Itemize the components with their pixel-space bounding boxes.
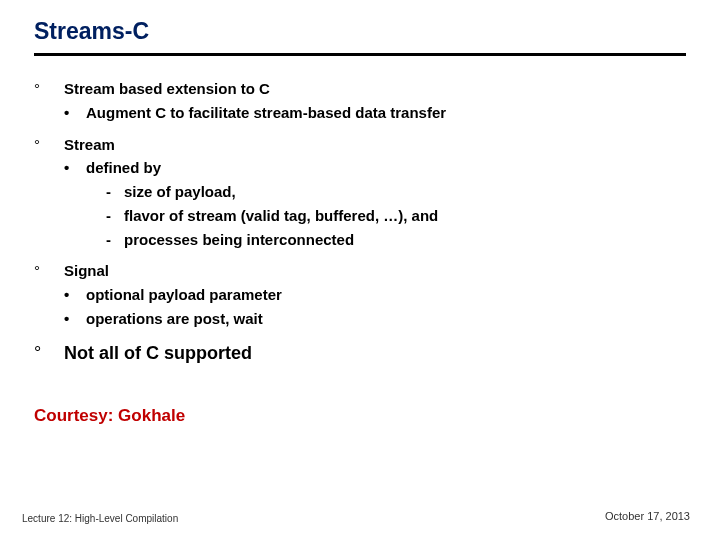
bullet-l3: - flavor of stream (valid tag, buffered,… [34, 205, 686, 227]
dot-icon: • [64, 102, 86, 124]
dash-icon: - [106, 229, 124, 251]
dot-icon: • [64, 157, 86, 179]
bullet-text: flavor of stream (valid tag, buffered, …… [124, 205, 686, 227]
bullet-l2: • Augment C to facilitate stream-based d… [34, 102, 686, 124]
degree-icon: ° [34, 78, 64, 100]
degree-icon: ° [34, 340, 64, 366]
bullet-text: Signal [64, 260, 686, 282]
bullet-l2: • operations are post, wait [34, 308, 686, 330]
title-rule [34, 53, 686, 56]
bullet-group-2: ° Stream • defined by - size of payload,… [34, 134, 686, 251]
bullet-text: size of payload, [124, 181, 686, 203]
bullet-l2: • defined by [34, 157, 686, 179]
degree-icon: ° [34, 134, 64, 156]
bullet-text: Not all of C supported [64, 340, 686, 366]
bullet-text: defined by [86, 157, 686, 179]
bullet-text: optional payload parameter [86, 284, 686, 306]
bullet-text: Stream based extension to C [64, 78, 686, 100]
bullet-text: operations are post, wait [86, 308, 686, 330]
dot-icon: • [64, 308, 86, 330]
bullet-group-1: ° Stream based extension to C • Augment … [34, 78, 686, 124]
bullet-l1: ° Stream [34, 134, 686, 156]
slide-title: Streams-C [34, 18, 686, 45]
slide-body: ° Stream based extension to C • Augment … [34, 78, 686, 428]
dash-icon: - [106, 205, 124, 227]
bullet-l2: • optional payload parameter [34, 284, 686, 306]
bullet-l3: - size of payload, [34, 181, 686, 203]
bullet-l1: ° Signal [34, 260, 686, 282]
slide: Streams-C ° Stream based extension to C … [0, 0, 720, 540]
bullet-l3: - processes being interconnected [34, 229, 686, 251]
courtesy-line: Courtesy: Gokhale [34, 404, 686, 429]
bullet-text: Stream [64, 134, 686, 156]
bullet-l1: ° Stream based extension to C [34, 78, 686, 100]
bullet-text: processes being interconnected [124, 229, 686, 251]
bullet-group-3: ° Signal • optional payload parameter • … [34, 260, 686, 329]
dot-icon: • [64, 284, 86, 306]
footer-left: Lecture 12: High-Level Compilation [22, 513, 178, 524]
dash-icon: - [106, 181, 124, 203]
bullet-group-4: ° Not all of C supported [34, 340, 686, 366]
bullet-l1: ° Not all of C supported [34, 340, 686, 366]
bullet-text: Augment C to facilitate stream-based dat… [86, 102, 686, 124]
degree-icon: ° [34, 260, 64, 282]
footer-right: October 17, 2013 [605, 510, 690, 522]
